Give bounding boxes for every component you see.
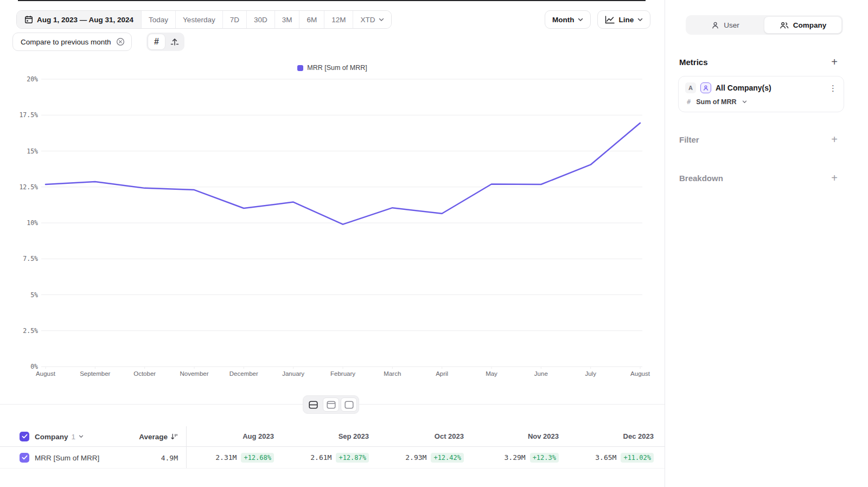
cell-value: 2.93M — [405, 453, 426, 462]
add-breakdown-button[interactable]: + — [831, 172, 838, 183]
svg-text:March: March — [384, 370, 401, 377]
date-preset-button[interactable]: Yesterday — [175, 11, 222, 28]
legend-item-mrr[interactable]: MRR [Sum of MRR] — [297, 64, 367, 72]
annotations-toggle[interactable] — [165, 34, 183, 50]
svg-text:20%: 20% — [27, 76, 38, 83]
entity-column-header[interactable]: Company 1 — [35, 426, 84, 447]
svg-text:5%: 5% — [30, 291, 38, 299]
date-preset-button[interactable]: 6M — [299, 11, 324, 28]
chevron-down-icon — [637, 18, 643, 22]
date-preset-button[interactable]: 12M — [324, 11, 353, 28]
legend-swatch — [297, 65, 303, 71]
metric-row-label: MRR [Sum of MRR] — [35, 447, 99, 469]
svg-text:September: September — [80, 370, 110, 377]
aggregation-dropdown[interactable]: # Sum of MRR — [685, 98, 837, 106]
cell-value: 2.31M — [215, 453, 237, 462]
svg-text:0%: 0% — [30, 363, 38, 370]
chevron-down-icon — [578, 18, 583, 22]
table-cell: 2.93M+12.42% — [376, 447, 471, 468]
svg-text:December: December — [229, 370, 258, 377]
growth-badge: +12.87% — [336, 453, 369, 463]
month-column-header: Dec 2023 — [566, 426, 661, 446]
svg-text:August: August — [630, 370, 650, 377]
date-preset-button[interactable]: Today — [141, 11, 175, 28]
entity-count: 1 — [72, 433, 76, 441]
metrics-section-header: Metrics + — [679, 56, 838, 67]
breakdown-label: Breakdown — [679, 174, 723, 183]
growth-line-chart: 0%2.5%5%7.5%10%12.5%15%17.5%20%AugustSep… — [0, 76, 665, 380]
filter-section: Filter + — [679, 134, 838, 145]
metric-name: All Company(s) — [716, 84, 771, 92]
row-checkbox[interactable] — [20, 453, 29, 463]
chart-overlay-toggles: # — [146, 33, 184, 51]
breakdown-section: Breakdown + — [679, 172, 838, 183]
svg-text:November: November — [180, 370, 208, 377]
average-column-header[interactable]: Average — [98, 426, 178, 447]
metric-card[interactable]: A All Company(s) ⋮ # Sum of MRR — [678, 76, 844, 112]
growth-badge: +12.68% — [241, 453, 274, 463]
granularity-dropdown[interactable]: Month — [545, 10, 591, 29]
table-cell: 3.65M+11.02% — [566, 447, 661, 468]
chart-controls: Month Line — [545, 10, 650, 29]
preset-button-xtd[interactable]: XTD — [353, 11, 391, 28]
cell-value: 3.29M — [505, 453, 526, 462]
svg-text:April: April — [436, 370, 448, 377]
report-panel: Aug 1, 2023 — Aug 31, 2024 TodayYesterda… — [0, 0, 665, 487]
average-value: 4.9M — [98, 447, 178, 469]
table-month-headers: Aug 2023Sep 2023Oct 2023Nov 2023Dec 2023 — [186, 426, 661, 446]
date-preset-group: Aug 1, 2023 — Aug 31, 2024 TodayYesterda… — [16, 10, 392, 29]
entity-toggle: User Company — [686, 15, 843, 35]
date-preset-button[interactable]: 30D — [246, 11, 275, 28]
chevron-down-icon — [742, 100, 747, 104]
select-all-checkbox[interactable] — [20, 432, 29, 441]
table-view-toggle[interactable] — [323, 398, 339, 412]
date-preset-button[interactable]: 3M — [275, 11, 299, 28]
table-cell: 2.61M+12.87% — [281, 447, 376, 468]
month-column-header: Nov 2023 — [471, 426, 566, 446]
chart-view-toggle[interactable] — [341, 398, 357, 412]
calendar-icon — [24, 15, 33, 24]
results-table: Company 1 Average Aug 2023Sep 2023Oct 20… — [0, 426, 665, 469]
window-edge — [18, 0, 646, 1]
table-cell: 3.29M+12.3% — [471, 447, 566, 468]
table-row-cells: 2.31M+12.68%2.61M+12.87%2.93M+12.42%3.29… — [186, 447, 661, 468]
add-filter-button[interactable]: + — [831, 134, 838, 145]
user-toggle-label: User — [724, 21, 739, 29]
compare-chip[interactable]: Compare to previous month — [12, 33, 132, 51]
granularity-label: Month — [552, 16, 574, 24]
metric-menu-button[interactable]: ⋮ — [829, 84, 837, 92]
company-avatar-icon — [700, 82, 711, 93]
analytics-app: Aug 1, 2023 — Aug 31, 2024 TodayYesterda… — [0, 0, 868, 487]
date-range-label: Aug 1, 2023 — Aug 31, 2024 — [37, 16, 133, 24]
compare-chip-label: Compare to previous month — [21, 38, 111, 46]
company-icon — [780, 21, 789, 29]
split-view-icon — [309, 401, 318, 409]
gridlines-toggle[interactable]: # — [148, 34, 165, 50]
svg-text:July: July — [585, 370, 596, 377]
grid-icon: # — [154, 37, 159, 47]
growth-badge: +11.02% — [621, 453, 654, 463]
month-column-header: Oct 2023 — [376, 426, 471, 446]
user-icon — [711, 21, 719, 29]
svg-text:7.5%: 7.5% — [23, 255, 38, 262]
entity-label: Company — [35, 433, 68, 441]
entity-toggle-company[interactable]: Company — [764, 16, 842, 34]
chart-view-icon — [344, 401, 354, 409]
date-preset-button[interactable]: 7D — [222, 11, 246, 28]
svg-text:12.5%: 12.5% — [19, 183, 38, 191]
chevron-down-icon — [379, 18, 384, 22]
split-view-toggle[interactable] — [305, 398, 321, 412]
chart-type-dropdown[interactable]: Line — [597, 10, 650, 29]
company-toggle-label: Company — [793, 21, 827, 29]
growth-badge: +12.42% — [431, 453, 464, 463]
svg-text:January: January — [282, 370, 304, 377]
month-column-header: Sep 2023 — [281, 426, 376, 446]
metrics-title: Metrics — [679, 57, 708, 67]
entity-toggle-user[interactable]: User — [687, 16, 764, 34]
cell-value: 2.61M — [310, 453, 331, 462]
legend-label: MRR [Sum of MRR] — [307, 64, 367, 72]
date-range-button[interactable]: Aug 1, 2023 — Aug 31, 2024 — [17, 11, 141, 28]
add-metric-button[interactable]: + — [831, 56, 838, 67]
aggregation-label: Sum of MRR — [696, 98, 736, 106]
remove-compare-icon[interactable] — [116, 37, 125, 46]
